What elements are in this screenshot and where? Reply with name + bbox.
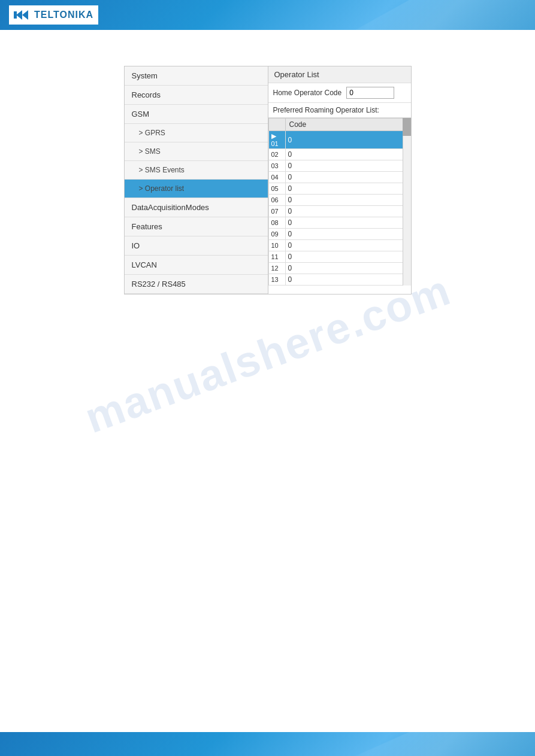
sidebar-item-rs232[interactable]: RS232 / RS485 <box>125 275 268 294</box>
home-operator-row: Home Operator Code <box>268 83 411 103</box>
row-code: 0 <box>285 195 410 206</box>
col-num-header <box>268 119 285 131</box>
sidebar-item-records[interactable]: Records <box>125 86 268 105</box>
row-number: 13 <box>268 274 285 286</box>
operator-panel: Operator List Home Operator Code Preferr… <box>268 66 412 294</box>
sidebar-item-io[interactable]: IO <box>125 236 268 256</box>
sidebar-item-sms-events[interactable]: > SMS Events <box>125 161 268 180</box>
table-row[interactable]: 040 <box>268 172 410 183</box>
logo-container: TELTONIKA <box>9 5 98 25</box>
table-row[interactable]: ▶ 010 <box>268 131 410 149</box>
table-row[interactable]: 070 <box>268 206 410 217</box>
table-row[interactable]: 120 <box>268 263 410 274</box>
table-row[interactable]: 090 <box>268 229 410 240</box>
table-row[interactable]: 060 <box>268 195 410 206</box>
table-row[interactable]: 100 <box>268 240 410 251</box>
sidebar-item-data-acquisition[interactable]: DataAcquisitionModes <box>125 198 268 217</box>
row-number: 04 <box>268 172 285 183</box>
scrollbar-thumb[interactable] <box>403 118 411 136</box>
row-number: 07 <box>268 206 285 217</box>
sidebar-item-operator-list[interactable]: > Operator list <box>125 180 268 198</box>
main-content: System Records GSM > GPRS > SMS > SMS Ev… <box>0 30 535 330</box>
table-row[interactable]: 050 <box>268 183 410 195</box>
sidebar-item-gprs[interactable]: > GPRS <box>125 124 268 142</box>
sidebar: System Records GSM > GPRS > SMS > SMS Ev… <box>124 66 268 294</box>
table-row[interactable]: 030 <box>268 160 410 172</box>
col-code-header: Code <box>285 119 410 131</box>
scrollbar-track[interactable] <box>403 118 411 286</box>
home-operator-input[interactable] <box>346 87 394 99</box>
row-code: 0 <box>285 263 410 274</box>
svg-marker-2 <box>14 11 17 19</box>
row-code: 0 <box>285 229 410 240</box>
row-number: 08 <box>268 217 285 229</box>
row-number: 05 <box>268 183 285 195</box>
operator-table-container: Code ▶ 010020030040050060070080090100110… <box>268 118 411 286</box>
sidebar-item-features[interactable]: Features <box>125 217 268 236</box>
sidebar-item-gsm[interactable]: GSM <box>125 105 268 124</box>
row-number: 09 <box>268 229 285 240</box>
logo-text: TELTONIKA <box>34 10 93 20</box>
sidebar-item-system[interactable]: System <box>125 66 268 86</box>
row-number: ▶ 01 <box>268 131 285 149</box>
row-code: 0 <box>285 160 410 172</box>
row-code: 0 <box>285 149 410 160</box>
sidebar-item-sms[interactable]: > SMS <box>125 142 268 161</box>
row-code: 0 <box>285 251 410 263</box>
row-number: 11 <box>268 251 285 263</box>
teltonika-logo-icon <box>14 8 31 22</box>
row-code: 0 <box>285 240 410 251</box>
row-code: 0 <box>285 183 410 195</box>
operator-table: Code ▶ 010020030040050060070080090100110… <box>268 118 411 286</box>
row-code: 0 <box>285 217 410 229</box>
row-number: 03 <box>268 160 285 172</box>
row-number: 02 <box>268 149 285 160</box>
table-row[interactable]: 080 <box>268 217 410 229</box>
home-operator-label: Home Operator Code <box>273 89 342 97</box>
roaming-label: Preferred Roaming Operator List: <box>268 103 411 118</box>
table-row[interactable]: 020 <box>268 149 410 160</box>
row-code: 0 <box>285 206 410 217</box>
table-row[interactable]: 130 <box>268 274 410 286</box>
sidebar-item-lvcan[interactable]: LVCAN <box>125 256 268 275</box>
panel-title: Operator List <box>268 66 411 83</box>
row-number: 06 <box>268 195 285 206</box>
row-number: 10 <box>268 240 285 251</box>
header-bar: TELTONIKA <box>0 0 535 30</box>
row-code: 0 <box>285 131 410 149</box>
row-number: 12 <box>268 263 285 274</box>
footer-bar <box>0 732 535 756</box>
row-code: 0 <box>285 274 410 286</box>
table-row[interactable]: 110 <box>268 251 410 263</box>
row-code: 0 <box>285 172 410 183</box>
